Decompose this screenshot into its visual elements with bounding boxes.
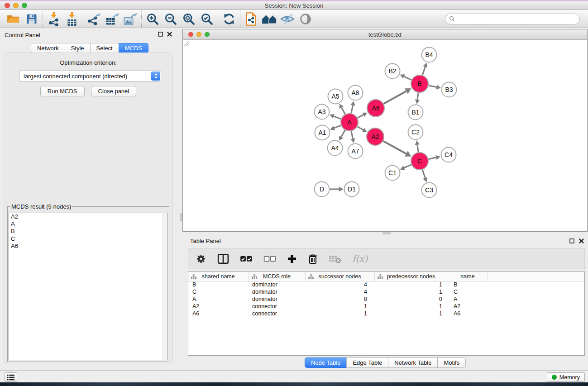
graph-node-label: A — [347, 119, 352, 126]
close-window-button[interactable] — [5, 3, 10, 8]
float-table-panel-icon[interactable] — [569, 238, 574, 243]
delete-entry-trash-icon[interactable] — [308, 253, 318, 264]
panel-splitter-handle[interactable] — [382, 232, 391, 234]
resize-grip-icon[interactable] — [183, 40, 189, 46]
graph-edge-B-B1[interactable] — [417, 93, 418, 100]
table-cell: B — [448, 281, 488, 288]
export-table-icon[interactable] — [103, 11, 121, 27]
mcds-result-item[interactable]: A2 — [9, 213, 167, 220]
mcds-result-item[interactable]: C — [9, 235, 167, 243]
export-network-icon[interactable] — [85, 11, 103, 27]
graph-edge-C-C1[interactable] — [404, 165, 411, 168]
mcds-result-item[interactable]: A — [9, 220, 167, 228]
status-bar: Memory — [0, 370, 588, 382]
column-header-shared-name[interactable]: shared name — [188, 272, 249, 281]
open-session-icon[interactable] — [5, 11, 23, 27]
graph-edge-C-C2[interactable] — [417, 145, 418, 152]
graph-edge-A-A7[interactable] — [351, 131, 353, 139]
mcds-result-list[interactable]: A2ABCA6 — [9, 213, 168, 360]
table-cell: B — [188, 281, 249, 288]
app-titlebar: Session: New Session — [0, 1, 588, 10]
graph-edge-A6-B[interactable] — [383, 91, 406, 104]
export-image-icon[interactable] — [121, 11, 139, 27]
graph-edge-A-A1[interactable] — [334, 125, 341, 128]
memory-status-icon — [552, 375, 557, 380]
optimization-criterion-label: Optimization criterion: — [4, 59, 172, 66]
table-row[interactable]: Adominator80A — [188, 295, 584, 303]
graph-edge-B-B2[interactable] — [404, 76, 411, 80]
table-tab-motifs[interactable]: Motifs — [437, 357, 466, 368]
network-canvas[interactable]: B4B2BB3A8A5A6A3B1AC2A1A2A4A7C4CC1DD1C3 — [183, 40, 587, 231]
tab-mcds[interactable]: MCDS — [119, 43, 148, 53]
select-all-checkboxes-icon[interactable] — [240, 256, 253, 262]
close-table-panel-icon[interactable] — [579, 238, 584, 243]
graph-edge-A-A5[interactable] — [341, 108, 345, 114]
network-window-titlebar[interactable]: testGlobe.txt — [183, 29, 587, 40]
table-cell: C — [188, 288, 249, 295]
zoom-window-button[interactable] — [22, 3, 27, 8]
table-tab-node-table[interactable]: Node Table — [305, 357, 347, 368]
deselect-all-checkboxes-icon[interactable] — [263, 256, 276, 262]
duplicate-network-icon[interactable] — [242, 11, 260, 27]
close-panel-icon[interactable] — [167, 32, 172, 37]
network-close-button[interactable] — [188, 32, 193, 37]
search-input[interactable] — [457, 15, 576, 22]
show-column-icon[interactable] — [217, 253, 229, 264]
tab-style[interactable]: Style — [65, 43, 91, 53]
table-row[interactable]: A2connector11A2 — [188, 303, 584, 310]
mcds-result-item[interactable]: A6 — [9, 243, 167, 250]
scrollbar-track[interactable] — [163, 213, 167, 360]
table-row[interactable]: Cdominator41C — [188, 288, 584, 295]
graph-edge-B-B4[interactable] — [422, 67, 425, 75]
column-header-predecessor-nodes[interactable]: predecessor nodes — [374, 272, 448, 281]
graph-edge-A2-C[interactable] — [383, 141, 406, 154]
table-row[interactable]: Bdominator41B — [188, 281, 584, 288]
home-houses-icon[interactable] — [260, 11, 278, 27]
graph-edge-A-A4[interactable] — [341, 130, 345, 137]
function-builder-icon: f(x) — [352, 253, 368, 264]
network-zoom-button[interactable] — [205, 32, 210, 37]
graph-edge-A-A6[interactable] — [358, 114, 363, 118]
show-eye-icon[interactable] — [296, 11, 315, 27]
zoom-out-icon[interactable] — [162, 11, 180, 27]
save-session-icon[interactable] — [23, 11, 41, 27]
graph-edge-B-B3[interactable] — [429, 86, 437, 87]
network-minimize-button[interactable] — [196, 32, 201, 37]
graph-edge-C-C3[interactable] — [422, 170, 425, 178]
hide-selected-eye-slash-icon[interactable] — [278, 11, 296, 27]
import-network-icon[interactable] — [45, 11, 63, 27]
memory-button[interactable]: Memory — [547, 372, 585, 382]
criterion-dropdown[interactable]: largest connected component (directed) — [19, 71, 161, 81]
column-header-mcds-role[interactable]: MCDS role — [249, 272, 305, 281]
minimize-window-button[interactable] — [13, 3, 19, 8]
graph-edge-arrowhead — [415, 140, 420, 145]
zoom-in-icon[interactable] — [143, 11, 162, 27]
add-entry-icon[interactable] — [287, 254, 297, 264]
column-header-successor-nodes[interactable]: successor nodes — [305, 272, 374, 281]
panel-splitter-handle[interactable] — [180, 213, 182, 221]
close-panel-button[interactable]: Close panel — [91, 86, 137, 96]
table-row[interactable]: A6connector11A6 — [188, 310, 584, 317]
tab-select[interactable]: Select — [90, 43, 119, 53]
settings-gear-icon[interactable] — [196, 253, 206, 264]
zoom-fit-content-icon[interactable] — [180, 11, 198, 27]
import-table-icon[interactable] — [63, 11, 81, 27]
graph-edge-A-A3[interactable] — [334, 116, 341, 119]
zoom-selected-icon[interactable] — [198, 11, 216, 27]
table-tab-network-table[interactable]: Network Table — [388, 357, 438, 368]
graph-edge-A-A8[interactable] — [351, 105, 353, 114]
table-tab-edge-table[interactable]: Edge Table — [346, 357, 388, 368]
column-header-name[interactable]: name — [448, 272, 488, 281]
search-field[interactable] — [445, 14, 580, 24]
task-history-button[interactable] — [5, 372, 17, 382]
graph-edge-A-A2[interactable] — [357, 127, 363, 130]
float-panel-icon[interactable] — [158, 32, 163, 37]
toolbar-separator — [43, 11, 43, 27]
graph-edge-C-C4[interactable] — [429, 157, 436, 159]
node-table[interactable]: shared nameMCDS rolesuccessor nodesprede… — [188, 272, 585, 356]
tab-network[interactable]: Network — [31, 43, 65, 53]
refresh-layout-icon[interactable] — [220, 11, 238, 27]
mcds-result-title: MCDS result (5 nodes) — [10, 203, 72, 210]
run-mcds-button[interactable]: Run MCDS — [40, 86, 85, 96]
mcds-result-item[interactable]: B — [9, 228, 167, 235]
